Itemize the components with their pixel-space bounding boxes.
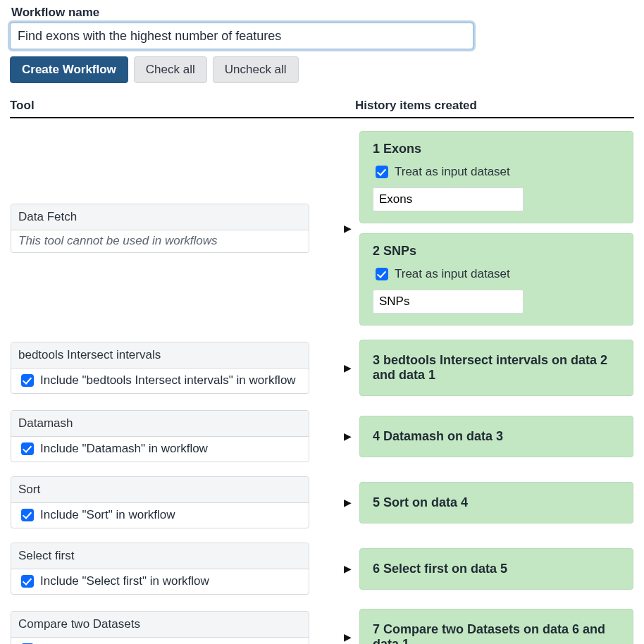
history-card: 3 bedtools Intersect intervals on data 2… xyxy=(359,340,633,396)
include-tool-checkbox[interactable] xyxy=(21,374,34,387)
tool-name: Sort xyxy=(11,477,309,503)
treat-as-input-label[interactable]: Treat as input dataset xyxy=(373,163,620,180)
history-card: 5 Sort on data 4 xyxy=(359,482,633,524)
include-tool-checkbox[interactable] xyxy=(21,442,34,455)
workflow-name-input[interactable] xyxy=(10,23,473,49)
tool-name: Data Fetch xyxy=(11,204,309,230)
arrow-icon: ▶ xyxy=(340,339,355,397)
history-card: 7 Compare two Datasets on data 6 and dat… xyxy=(359,609,633,644)
arrow-icon: ▶ xyxy=(340,476,355,529)
history-card: 1 Exons Treat as input dataset xyxy=(359,131,633,223)
tool-disabled-note: This tool cannot be used in workflows xyxy=(11,230,309,252)
workflow-row: Sort Include "Sort" in workflow ▶ 5 Sort… xyxy=(10,476,634,529)
tool-name: Compare two Datasets xyxy=(11,612,309,638)
treat-as-input-checkbox[interactable] xyxy=(376,268,388,280)
workflow-row: Data Fetch This tool cannot be used in w… xyxy=(10,130,634,326)
history-item-name-input[interactable] xyxy=(373,290,524,314)
check-all-button[interactable]: Check all xyxy=(134,56,207,83)
history-title: 2 SNPs xyxy=(373,244,620,259)
tool-card: Sort Include "Sort" in workflow xyxy=(11,476,309,528)
history-title: 3 bedtools Intersect intervals on data 2… xyxy=(373,353,620,383)
column-header-history: History items created xyxy=(355,96,634,118)
tool-card: bedtools Intersect intervals Include "be… xyxy=(11,342,309,394)
treat-as-input-label[interactable]: Treat as input dataset xyxy=(373,266,620,283)
history-card: 6 Select first on data 5 xyxy=(359,548,633,590)
tool-card: Compare two Datasets Include "Compare tw… xyxy=(11,611,309,644)
workflow-name-label: Workflow name xyxy=(11,6,634,20)
tool-card: Datamash Include "Datamash" in workflow xyxy=(11,410,309,462)
create-workflow-button[interactable]: Create Workflow xyxy=(10,56,128,83)
tool-card: Select first Include "Select first" in w… xyxy=(11,543,309,595)
include-tool-label: Include "Sort" in workflow xyxy=(40,508,175,522)
arrow-icon: ▶ xyxy=(340,409,355,463)
history-item-name-input[interactable] xyxy=(373,187,524,211)
history-title: 4 Datamash on data 3 xyxy=(373,429,620,444)
history-title: 5 Sort on data 4 xyxy=(373,495,620,510)
arrow-icon: ▶ xyxy=(340,608,355,644)
column-header-tool: Tool xyxy=(10,96,340,118)
history-title: 7 Compare two Datasets on data 6 and dat… xyxy=(373,622,620,644)
arrow-icon: ▶ xyxy=(340,542,355,595)
history-title: 6 Select first on data 5 xyxy=(373,562,620,576)
workflow-row: Datamash Include "Datamash" in workflow … xyxy=(10,409,634,463)
history-title: 1 Exons xyxy=(373,142,620,156)
tool-name: Datamash xyxy=(11,411,309,437)
workflow-row: Compare two Datasets Include "Compare tw… xyxy=(10,608,634,644)
tool-card: Data Fetch This tool cannot be used in w… xyxy=(11,204,309,253)
include-tool-checkbox[interactable] xyxy=(21,575,34,588)
history-card: 2 SNPs Treat as input dataset xyxy=(359,233,633,326)
arrow-icon: ▶ xyxy=(340,130,355,326)
workflow-row: bedtools Intersect intervals Include "be… xyxy=(10,339,634,397)
tool-name: Select first xyxy=(11,543,309,569)
include-tool-label: Include "bedtools Intersect intervals" i… xyxy=(40,373,296,388)
history-card: 4 Datamash on data 3 xyxy=(359,416,633,457)
tool-name: bedtools Intersect intervals xyxy=(11,342,309,369)
uncheck-all-button[interactable]: Uncheck all xyxy=(213,56,299,83)
include-tool-label: Include "Datamash" in workflow xyxy=(40,442,208,456)
include-tool-label: Include "Select first" in workflow xyxy=(40,574,209,588)
treat-as-input-checkbox[interactable] xyxy=(376,166,388,178)
workflow-row: Select first Include "Select first" in w… xyxy=(10,542,634,595)
include-tool-checkbox[interactable] xyxy=(21,509,34,521)
